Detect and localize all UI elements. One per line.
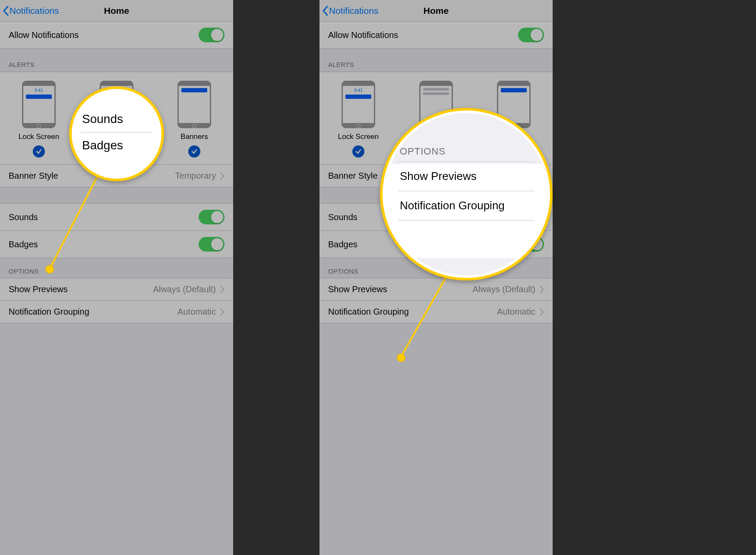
annotation-dot (397, 354, 405, 362)
sounds-toggle[interactable] (199, 210, 225, 224)
mini-time: 9:41 (354, 88, 362, 93)
alert-banners[interactable]: Banners (156, 81, 233, 158)
highlight-bubble-sounds-badges: Sounds Badges (69, 86, 164, 181)
chevron-right-icon (220, 286, 225, 293)
alerts-header: ALERTS (319, 49, 553, 72)
chevron-right-icon (220, 172, 225, 180)
back-label: Notifications (329, 6, 378, 16)
mini-time: 9:41 (35, 88, 43, 93)
tutorial-screenshot: { "navbar": { "back": "Notifications", "… (0, 0, 756, 555)
navbar: Notifications Home (319, 0, 553, 22)
banner-style-value: Temporary (175, 171, 216, 181)
show-previews-label: Show Previews (328, 284, 387, 294)
allow-notifications-row[interactable]: Allow Notifications (319, 21, 553, 49)
divider-column (553, 0, 756, 555)
highlight-bubble-options: OPTIONS Show Previews Notification Group… (380, 108, 553, 281)
alert-lock-screen[interactable]: 9:41 Lock Screen (0, 81, 77, 158)
badges-row[interactable]: Badges (0, 230, 233, 258)
lock-screen-label: Lock Screen (338, 132, 379, 141)
chevron-left-icon (3, 6, 9, 16)
allow-notifications-label: Allow Notifications (9, 30, 79, 40)
alert-lock-screen[interactable]: 9:41 Lock Screen (320, 81, 397, 158)
show-previews-label: Show Previews (9, 284, 68, 294)
badges-toggle[interactable] (199, 237, 225, 252)
lock-screen-label: Lock Screen (19, 132, 60, 141)
notification-grouping-row[interactable]: Notification Grouping Automatic (319, 300, 553, 323)
show-previews-row[interactable]: Show Previews Always (Default) (0, 278, 233, 301)
sounds-label: Sounds (328, 212, 357, 222)
checkmark-icon (352, 145, 364, 158)
navbar: Notifications Home (0, 0, 233, 22)
banner-style-label: Banner Style (328, 171, 378, 181)
lock-screen-icon: 9:41 (342, 81, 375, 128)
notification-grouping-label: Notification Grouping (9, 307, 89, 317)
allow-notifications-toggle[interactable] (518, 28, 544, 42)
settings-pane-left: Notifications Home Allow Notifications A… (0, 0, 233, 555)
banners-icon (177, 81, 211, 128)
chevron-right-icon (220, 308, 225, 316)
sounds-label: Sounds (9, 212, 38, 222)
bubble-badges: Badges (80, 132, 153, 158)
notification-grouping-value: Automatic (497, 307, 535, 317)
bubble-notification-grouping: Notification Grouping (398, 191, 535, 221)
alerts-header: ALERTS (0, 49, 233, 72)
show-previews-value: Always (Default) (153, 284, 216, 294)
chevron-right-icon (540, 286, 544, 293)
checkmark-icon (33, 145, 45, 158)
allow-notifications-label: Allow Notifications (328, 30, 398, 40)
settings-pane-right: Notifications Home Allow Notifications A… (319, 0, 553, 555)
notification-grouping-label: Notification Grouping (328, 307, 409, 317)
back-label: Notifications (9, 6, 59, 16)
annotation-dot (46, 265, 54, 273)
lock-screen-icon: 9:41 (22, 81, 56, 128)
divider-column (233, 0, 319, 555)
chevron-right-icon (540, 308, 544, 316)
notification-grouping-row[interactable]: Notification Grouping Automatic (0, 300, 233, 323)
badges-label: Badges (9, 240, 38, 249)
allow-notifications-row[interactable]: Allow Notifications (0, 21, 233, 49)
back-button[interactable]: Notifications (319, 6, 378, 16)
bubble-show-previews: Show Previews (398, 161, 535, 191)
checkmark-icon (188, 145, 200, 158)
page-title: Home (424, 6, 449, 16)
options-header: OPTIONS (0, 258, 233, 278)
show-previews-row[interactable]: Show Previews Always (Default) (319, 278, 553, 301)
banner-style-label: Banner Style (9, 171, 58, 181)
sounds-row[interactable]: Sounds (0, 203, 233, 231)
bubble-options-header: OPTIONS (398, 139, 535, 161)
notification-grouping-value: Automatic (177, 307, 216, 317)
chevron-left-icon (322, 6, 328, 16)
back-button[interactable]: Notifications (0, 6, 59, 16)
show-previews-value: Always (Default) (472, 284, 535, 294)
allow-notifications-toggle[interactable] (199, 28, 225, 42)
bubble-sounds: Sounds (80, 106, 153, 132)
banners-label: Banners (180, 132, 208, 141)
page-title: Home (104, 6, 129, 16)
badges-label: Badges (328, 240, 357, 249)
